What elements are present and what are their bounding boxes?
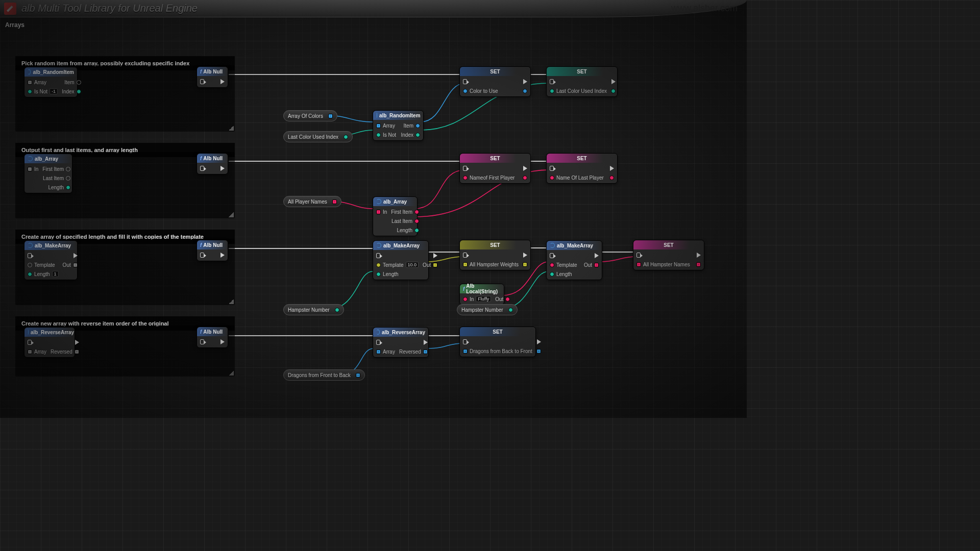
node-set-firstplayer[interactable]: SET Nameof First Player (459, 153, 531, 184)
refresh-icon (376, 243, 381, 248)
pill-last-color-used-index[interactable]: Last Color Used Index (283, 131, 353, 142)
pill-dragons-front-to-back[interactable]: Dragons from Front to Back (283, 369, 365, 381)
pill-hampster-number-2[interactable]: Hampster Number (457, 304, 518, 315)
item-pin-out[interactable] (77, 80, 81, 85)
node-alb-makearray[interactable]: alb_MakeArray Template Length1 Out (24, 240, 78, 280)
pill-array-of-colors[interactable]: Array Of Colors (283, 110, 337, 121)
node-alb-randomitem[interactable]: alb_RandomItem Array Is Not-1 Item Index (24, 67, 78, 97)
refresh-icon (550, 243, 555, 248)
array-pin-in[interactable] (28, 80, 32, 85)
refresh-icon (376, 113, 377, 118)
resize-handle[interactable] (229, 299, 234, 304)
node-set-lastplayer[interactable]: SET Name Of Last Player (546, 153, 618, 184)
node-set-color[interactable]: SET Color to Use (459, 66, 531, 97)
function-icon: f (200, 69, 202, 74)
exec-in[interactable] (200, 79, 204, 84)
node-alb-array-2[interactable]: alb_Array In First Item Last Item Length (373, 196, 418, 236)
node-alb-randomitem-2[interactable]: alb_RandomItem Array Is Not Item Index (373, 110, 424, 141)
node-set-dragons[interactable]: SET Dragons from Back to Front (459, 327, 536, 357)
app-icon (4, 3, 16, 15)
node-alb-reversearray-2[interactable]: alb_ReverseArray Array Reversed (373, 327, 429, 358)
exec-out[interactable] (220, 79, 225, 84)
function-icon: f (200, 242, 202, 248)
node-alb-array[interactable]: alb_Array In First Item Last Item Length (24, 154, 72, 193)
node-alb-null-2[interactable]: fAlb Null (197, 153, 228, 174)
refresh-icon (28, 156, 33, 161)
refresh-icon (28, 69, 31, 74)
refresh-icon (376, 330, 380, 335)
isnot-pin-in[interactable] (28, 89, 32, 94)
pill-hampster-number-1[interactable]: Hampster Number (283, 304, 344, 315)
resize-handle[interactable] (229, 126, 234, 131)
node-alb-local-string[interactable]: fAlb Local(String) InFluffy Out (459, 284, 504, 305)
url-watermark: www.alsber.com (671, 3, 738, 14)
node-alb-null-1[interactable]: fAlb Null (197, 66, 228, 88)
page-title: Arrays (0, 18, 747, 32)
node-set-hampster-names[interactable]: SET All Hampster Names (633, 240, 704, 270)
app-title: alb Multi Tool Library for Unreal Engine (21, 3, 198, 14)
refresh-icon (28, 330, 29, 335)
function-icon: f (463, 286, 464, 292)
node-set-lastcolor[interactable]: SET Last Color Used Index (546, 66, 618, 97)
refresh-icon (376, 199, 381, 204)
resize-handle[interactable] (229, 370, 234, 375)
node-set-hampster-weights[interactable]: SET All Hampster Weights (459, 240, 531, 270)
node-alb-null-4[interactable]: fAlb Null (197, 327, 228, 348)
node-alb-makearray-2[interactable]: alb_MakeArray Template10.0 Length Out (373, 240, 429, 280)
function-icon: f (200, 329, 202, 335)
resize-handle[interactable] (229, 212, 234, 217)
node-alb-makearray-3[interactable]: alb_MakeArray Template Length Out (546, 240, 602, 280)
index-pin-out[interactable] (77, 89, 81, 94)
pill-all-player-names[interactable]: All Player Names (283, 196, 341, 207)
function-icon: f (200, 156, 202, 161)
refresh-icon (28, 243, 33, 248)
node-alb-null-3[interactable]: fAlb Null (197, 240, 228, 261)
node-alb-reversearray[interactable]: alb_ReverseArray Array Reversed (24, 327, 75, 358)
